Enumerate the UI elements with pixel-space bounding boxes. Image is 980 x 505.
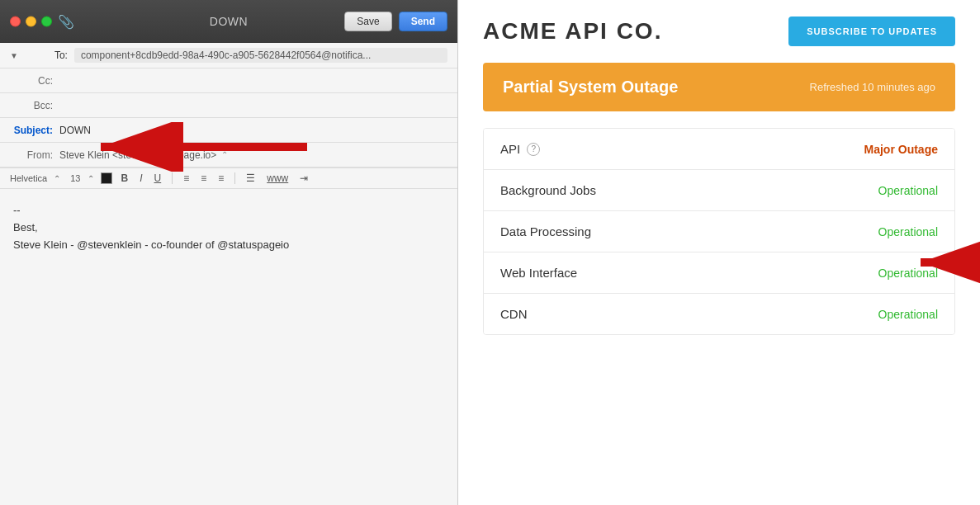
bcc-label: Bcc: [10, 100, 59, 111]
status-badge: Operational [878, 308, 938, 321]
from-value: Steve Klein <steve@statuspage.io> [59, 149, 216, 161]
status-badge: Operational [878, 267, 938, 280]
refresh-time: Refreshed 10 minutes ago [810, 81, 935, 93]
list-button[interactable]: ☰ [244, 172, 258, 185]
component-name: API [500, 142, 520, 156]
components-list: API ? Major Outage Background Jobs Opera… [483, 128, 955, 335]
status-badge: Operational [878, 184, 938, 197]
titlebar-buttons: Save Send [344, 12, 447, 31]
toolbar-divider-2 [234, 172, 235, 184]
font-dropdown-icon[interactable]: ⌃ [54, 174, 60, 183]
email-formatting-toolbar: Helvetica ⌃ 13 ⌃ B I U ≡ ≡ ≡ ☰ www ⇥ [0, 168, 457, 189]
text-color-picker[interactable] [101, 172, 112, 184]
component-name: Web Interface [500, 266, 577, 280]
component-name-wrap: Data Processing [500, 224, 591, 238]
send-button[interactable]: Send [399, 12, 447, 31]
traffic-lights [10, 17, 52, 27]
minimize-button[interactable] [26, 17, 36, 27]
outage-banner: Partial System Outage Refreshed 10 minut… [483, 63, 955, 111]
component-name-wrap: Web Interface [500, 266, 577, 280]
status-badge: Operational [878, 225, 938, 238]
to-field: ▼ To: component+8cdb9edd-98a4-490c-a905-… [0, 43, 457, 68]
status-header: ACME API CO. SUBSCRIBE TO UPDATES [483, 0, 955, 63]
status-badge: Major Outage [864, 143, 938, 156]
component-row: Web Interface Operational [484, 252, 954, 294]
body-line2: Best, [13, 219, 444, 237]
expand-icon[interactable]: ▼ [10, 51, 18, 60]
font-size: 13 [70, 173, 80, 183]
component-name: Data Processing [500, 224, 591, 238]
align-right-button[interactable]: ≡ [215, 172, 226, 185]
email-panel: 📎 DOWN Save Send ▼ To: component+8cdb9ed… [0, 0, 458, 505]
help-icon[interactable]: ? [527, 143, 540, 156]
to-label: To: [25, 50, 74, 61]
component-name: CDN [500, 307, 528, 321]
underline-button[interactable]: U [152, 172, 164, 185]
component-row: Background Jobs Operational [484, 170, 954, 211]
component-name-wrap: Background Jobs [500, 183, 596, 197]
font-selector[interactable]: Helvetica [10, 173, 47, 183]
toolbar-divider [172, 172, 173, 184]
subscribe-button[interactable]: SUBSCRIBE TO UPDATES [788, 17, 955, 46]
subject-field: Subject: [0, 118, 457, 143]
body-line3: Steve Klein - @stevenklein - co-founder … [13, 237, 444, 254]
body-line1: -- [13, 202, 444, 219]
bcc-field: Bcc: [0, 93, 457, 118]
email-body[interactable]: -- Best, Steve Klein - @stevenklein - co… [0, 189, 457, 505]
subject-input[interactable] [59, 125, 447, 136]
outage-title: Partial System Outage [503, 78, 678, 97]
save-button[interactable]: Save [344, 12, 391, 31]
component-row: API ? Major Outage [484, 129, 954, 170]
window-title: DOWN [210, 15, 248, 28]
email-titlebar: 📎 DOWN Save Send [0, 0, 457, 43]
hyperlink-button[interactable]: www [264, 172, 291, 185]
bold-button[interactable]: B [119, 172, 131, 185]
attachment-icon: 📎 [58, 14, 74, 30]
status-panel: ACME API CO. SUBSCRIBE TO UPDATES Partia… [458, 0, 980, 505]
size-dropdown-icon[interactable]: ⌃ [88, 174, 94, 183]
component-name-wrap: API ? [500, 142, 540, 156]
indent-button[interactable]: ⇥ [297, 172, 310, 185]
align-center-button[interactable]: ≡ [198, 172, 209, 185]
company-logo: ACME API CO. [483, 18, 662, 45]
from-field: From: Steve Klein <steve@statuspage.io> … [0, 143, 457, 168]
component-row: CDN Operational [484, 294, 954, 334]
close-button[interactable] [10, 17, 21, 27]
from-label: From: [10, 149, 59, 161]
from-dropdown-icon[interactable]: ⌃ [221, 150, 228, 159]
component-name: Background Jobs [500, 183, 596, 197]
align-left-button[interactable]: ≡ [181, 172, 192, 185]
italic-button[interactable]: I [137, 172, 144, 185]
component-row: Data Processing Operational [484, 211, 954, 252]
cc-label: Cc: [10, 75, 59, 87]
component-name-wrap: CDN [500, 307, 528, 321]
cc-field: Cc: [0, 68, 457, 93]
subject-label: Subject: [10, 125, 59, 136]
email-header: ▼ To: component+8cdb9edd-98a4-490c-a905-… [0, 43, 457, 168]
maximize-button[interactable] [41, 17, 52, 27]
to-value[interactable]: component+8cdb9edd-98a4-490c-a905-562844… [74, 48, 447, 63]
